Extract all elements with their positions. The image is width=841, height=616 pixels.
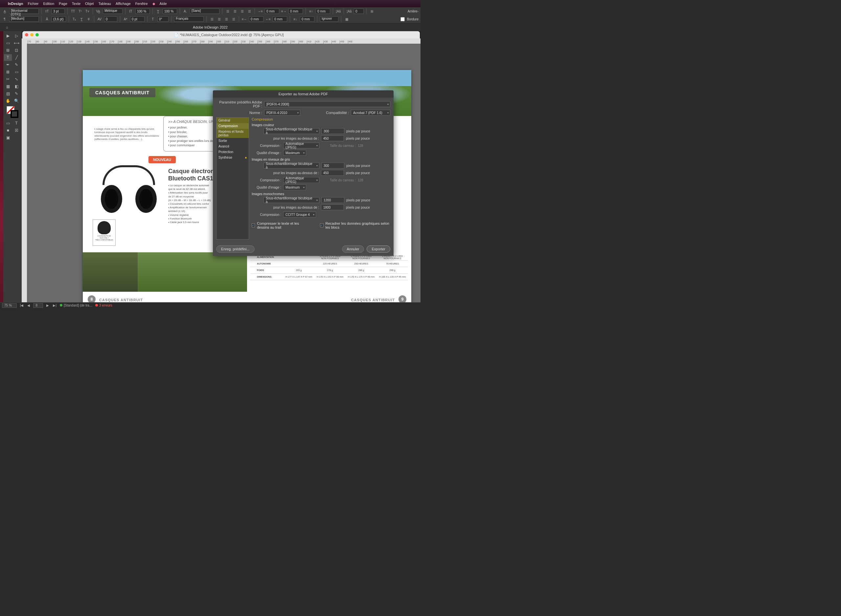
align-justify-icon[interactable]: ☰ <box>247 9 252 14</box>
indent-right-input[interactable] <box>249 16 264 22</box>
color-downsample-select[interactable]: Sous-échantillonnage bicubique à <box>264 128 319 134</box>
eyedropper-tool[interactable]: ✎ <box>12 90 21 97</box>
selection-tool[interactable]: ▶ <box>4 32 12 39</box>
tab-advanced[interactable]: Avancé <box>217 144 249 149</box>
gray-dpi-input[interactable] <box>321 163 344 169</box>
indent-left-input[interactable] <box>265 9 279 14</box>
window-close-icon[interactable] <box>25 33 28 37</box>
mono-downsample-select[interactable]: Sous-échantillonnage bicubique à <box>264 197 319 203</box>
tab-security[interactable]: Protection <box>217 149 249 155</box>
compat-select[interactable]: Acrobat 7 (PDF 1.6) <box>351 110 390 116</box>
color-compression-select[interactable]: Automatique (JPEG) <box>283 142 319 148</box>
drop-cap-input[interactable] <box>354 9 364 14</box>
char-style-select[interactable]: [Sans] <box>190 9 220 14</box>
superscript-icon[interactable]: T¹ <box>78 9 83 14</box>
justify-right-icon[interactable]: ☰ <box>231 16 236 22</box>
underline-icon[interactable]: T̲ <box>79 16 84 22</box>
tracking-input[interactable] <box>104 16 117 22</box>
menu-text[interactable]: Texte <box>72 1 81 6</box>
content-placer-tool[interactable]: ⊡ <box>12 47 21 54</box>
space-before-input[interactable] <box>316 9 330 14</box>
char-mode-icon[interactable]: A̲ <box>2 9 7 14</box>
border-checkbox[interactable] <box>400 17 405 21</box>
error-status[interactable]: 3 erreurs <box>95 304 112 307</box>
preflight-status[interactable]: [Standard] (de tra… <box>60 304 93 307</box>
font-style-select[interactable]: [Medium] <box>9 16 39 22</box>
compress-text-checkbox[interactable]: ✓ <box>252 223 255 227</box>
menu-view[interactable]: Affichage <box>116 1 131 6</box>
skew-input[interactable] <box>157 16 168 22</box>
subscript-icon[interactable]: T₁ <box>72 16 77 22</box>
strikethrough-icon[interactable]: T̶ <box>86 16 91 22</box>
format-container-icon[interactable]: ▭ <box>4 120 12 126</box>
scissors-tool[interactable]: ✂ <box>4 76 12 82</box>
content-collector-tool[interactable]: ⊞ <box>4 47 12 54</box>
font-family-select[interactable]: [Montserrat (OTF)] <box>9 9 39 14</box>
baseline-input[interactable] <box>130 16 145 22</box>
gray-compression-select[interactable]: Automatique (JPEG) <box>283 177 319 183</box>
line-tool[interactable]: ╱ <box>12 54 21 61</box>
ignore-select[interactable]: Ignorer <box>320 16 338 22</box>
kerning-select[interactable]: Métrique <box>103 9 123 14</box>
font-size-input[interactable] <box>51 9 65 14</box>
export-button[interactable]: Exporter <box>366 245 390 253</box>
menu-help[interactable]: Aide <box>160 1 167 6</box>
apply-none-icon[interactable]: ☒ <box>12 127 21 134</box>
hand-tool[interactable]: ✋ <box>4 98 12 104</box>
color-dpi-input[interactable] <box>321 128 344 134</box>
apply-color-icon[interactable]: ■ <box>4 127 12 134</box>
pen-tool[interactable]: ✒ <box>4 62 12 68</box>
menu-file[interactable]: Fichier <box>28 1 38 6</box>
indent-last-input[interactable] <box>273 16 287 22</box>
all-caps-icon[interactable]: TT <box>70 9 76 14</box>
menu-page[interactable]: Page <box>59 1 67 6</box>
format-text-icon[interactable]: T <box>12 120 21 126</box>
menu-object[interactable]: Objet <box>85 1 94 6</box>
window-minimize-icon[interactable] <box>30 33 34 37</box>
gray-downsample-select[interactable]: Sous-échantillonnage bicubique à <box>264 163 319 169</box>
page-tool[interactable]: ▭ <box>4 40 12 46</box>
tab-summary[interactable]: Synthèse▲ <box>217 155 249 160</box>
menu-table[interactable]: Tableau <box>98 1 111 6</box>
free-transform-tool[interactable]: ⤡ <box>12 76 21 82</box>
tab-general[interactable]: Général <box>217 117 249 123</box>
align-right-icon[interactable]: ☰ <box>239 9 245 14</box>
last-page-button[interactable]: ▶| <box>52 304 57 307</box>
mono-dpi-input[interactable] <box>321 197 344 203</box>
next-page-button[interactable]: ▶ <box>45 304 50 307</box>
rectangle-frame-tool[interactable]: ⊠ <box>4 69 12 75</box>
color-above-input[interactable] <box>321 135 344 141</box>
reverse-link[interactable]: Arrière- <box>408 10 419 13</box>
vscale-input[interactable] <box>163 9 177 14</box>
align-center-icon[interactable]: ☰ <box>232 9 237 14</box>
window-zoom-icon[interactable] <box>35 33 39 37</box>
note-tool[interactable]: ▤ <box>4 90 12 97</box>
align-left-icon[interactable]: ☰ <box>225 9 230 14</box>
justify-left-icon[interactable]: ☰ <box>217 16 222 22</box>
tab-output[interactable]: Sortie <box>217 138 249 144</box>
menu-edit[interactable]: Edition <box>43 1 54 6</box>
gradient-feather-tool[interactable]: ◧ <box>12 83 21 90</box>
gap-tool[interactable]: ⟷ <box>12 40 21 46</box>
prev-page-button[interactable]: ◀ <box>26 304 31 307</box>
justify-center-icon[interactable]: ☰ <box>224 16 229 22</box>
hscale-input[interactable] <box>135 9 150 14</box>
crop-data-checkbox[interactable]: ✓ <box>320 223 323 227</box>
home-icon[interactable]: ⌂ <box>6 25 8 29</box>
save-preset-button[interactable]: Enreg. prédéfini... <box>216 245 255 253</box>
view-mode-icon[interactable]: ▣ <box>4 134 12 141</box>
page-number-input[interactable]: 8 <box>33 303 43 308</box>
fill-stroke-swatch[interactable] <box>7 106 18 118</box>
space-after-input[interactable] <box>300 16 314 22</box>
indent-first-input[interactable] <box>289 9 303 14</box>
norme-select[interactable]: PDF/X-4:2010 <box>264 110 300 116</box>
mono-compression-select[interactable]: CCITT Groupe 4 <box>283 211 316 217</box>
columns-icon[interactable]: ⊞ <box>369 9 375 14</box>
horizontal-ruler[interactable]: 7080901001101201301401501601701801902002… <box>22 38 420 44</box>
gray-quality-select[interactable]: Maximum <box>283 184 306 190</box>
app-menu[interactable]: InDesign <box>8 1 23 6</box>
shading-icon[interactable]: ▦ <box>344 16 349 22</box>
rectangle-tool[interactable]: ▭ <box>12 69 21 75</box>
mono-above-input[interactable] <box>321 204 344 210</box>
creative-cloud-icon[interactable]: ◆ <box>152 1 155 6</box>
